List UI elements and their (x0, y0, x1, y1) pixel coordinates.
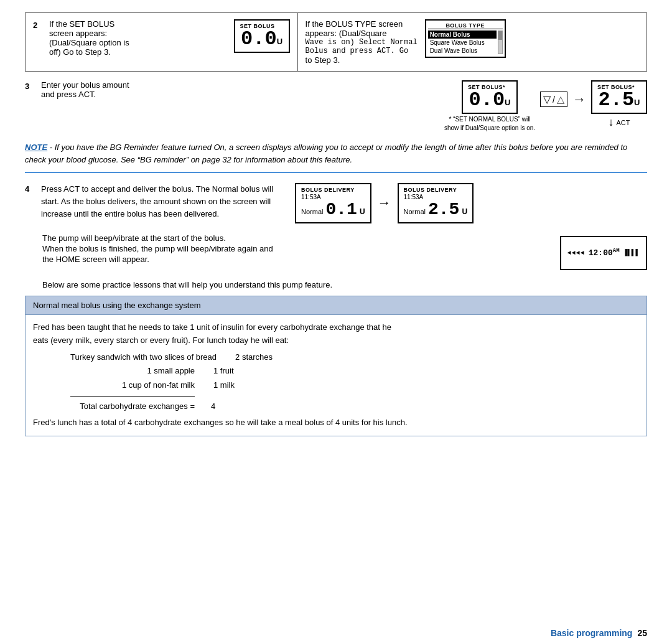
step2-text: If the SET BOLUS screen appears: (Dual/S… (44, 19, 225, 57)
food3-name: 1 cup of non-fat milk (70, 378, 195, 392)
step3-text-l2: and press ACT. (41, 90, 438, 99)
act-area: ↓ ACT (591, 116, 647, 129)
home-ampm: AM (613, 248, 620, 254)
total-row: Total carbohydrate exchanges = 4 (70, 400, 639, 413)
step2-rt-l2: appears: (Dual/Square (306, 29, 418, 38)
footer: Basic programming 25 (0, 623, 672, 643)
practice-header: Normal meal bolus using the exchange sys… (25, 296, 647, 315)
screen2-unit: U (634, 98, 640, 107)
step3-screen1-container: SET BOLUS* 0.0 U * “SET NORMAL BOLUS” wi… (444, 80, 535, 131)
total-divider (70, 396, 195, 397)
beep-line3: the HOME screen will appear. (42, 255, 548, 264)
food1-name: Turkey sandwich with two slices of bread (70, 350, 217, 364)
beep-section: The pump will beep/vibrate at the start … (42, 233, 647, 270)
beep-line2: When the bolus is finished, the pump wil… (42, 244, 548, 253)
screen1-note2: show if Dual/Square option is on. (444, 124, 535, 131)
total-value: 4 (211, 400, 215, 413)
bolus-type-box: BOLUS TYPE Normal Bolus Square Wave Bolu… (425, 19, 506, 58)
step2-rt-l5: to Step 3. (306, 55, 418, 65)
step2-number: 2 (33, 21, 44, 30)
bolus-square-wave: Square Wave Bolus (428, 39, 497, 47)
delivery-label1: BOLUS DELIVERY (301, 187, 365, 193)
step2-text-l4: off) Go to Step 3. (49, 47, 225, 57)
step3-arrow-right: → (572, 80, 586, 108)
bolus-type-title: BOLUS TYPE (428, 22, 503, 29)
step3-screens: SET BOLUS* 0.0 U * “SET NORMAL BOLUS” wi… (444, 80, 647, 131)
delivery-value1: 0.1 (325, 200, 357, 220)
home-screen-display: ◄◄◄◄ 12:00AM ▐▌▌▌ (560, 236, 647, 270)
note-section: NOTE - If you have the BG Reminder featu… (25, 141, 647, 173)
screen1-unit: U (505, 98, 510, 107)
bolus-delivery-box2: BOLUS DELIVERY 11:53A Normal 2.5 U (398, 183, 474, 223)
step2-text-l3: (Dual/Square option is (49, 38, 225, 47)
delivery-value2: 2.5 (428, 200, 459, 220)
fred-final-line: Fred's lunch has a total of 4 carbohydra… (33, 416, 639, 429)
set-bolus-screen2: SET BOLUS* 2.5 U (591, 80, 647, 114)
delivery-normal1: Normal (301, 208, 323, 215)
screen1-note1: * “SET NORMAL BOLUS” will (444, 116, 535, 123)
step2-section: 2 If the SET BOLUS screen appears: (Dual… (25, 12, 647, 72)
home-screen-inner: ◄◄◄◄ 12:00AM ▐▌▌▌ (567, 248, 640, 258)
act-label: ACT (617, 119, 630, 126)
step3-number: 3 (25, 82, 36, 91)
practice-intro: Below are some practice lessons that wil… (42, 280, 647, 289)
delivery-normal2: Normal (404, 208, 426, 215)
bolus-dual-wave: Dual Wave Bolus (428, 47, 497, 55)
practice-box: Normal meal bolus using the exchange sys… (25, 296, 647, 436)
delivery-label2: BOLUS DELIVERY (404, 187, 468, 193)
home-signal-icon: ◄◄◄◄ (567, 250, 585, 256)
step4-section: 4 Press ACT to accept and deliver the bo… (25, 183, 647, 223)
screen1-value: 0.0 (469, 90, 505, 110)
note-text: If you have the BG Reminder feature turn… (25, 143, 627, 164)
note-label: NOTE (25, 143, 47, 152)
note-dash: - (47, 143, 55, 152)
beep-line1: The pump will beep/vibrate at the start … (42, 233, 548, 243)
food2-name: 1 small apple (70, 364, 195, 378)
set-bolus-screen1: SET BOLUS* 0.0 U (462, 80, 518, 114)
total-label: Total carbohydrate exchanges = (70, 400, 195, 413)
step3-section: 3 Enter your bolus amount and press ACT.… (25, 80, 647, 131)
food2-amount: 1 fruit (213, 364, 234, 378)
up-triangle-icon: △ (557, 93, 564, 105)
step2-rt-l4: Bolus and press ACT. Go (306, 47, 418, 55)
bolus-normal-selected: Normal Bolus (428, 31, 497, 39)
step3-text-l1: Enter your bolus amount (41, 80, 438, 90)
practice-content: Fred has been taught that he needs to ta… (25, 315, 647, 436)
step2-rt-l1: If the BOLUS TYPE screen (306, 19, 418, 29)
beep-text: The pump will beep/vibrate at the start … (42, 233, 548, 264)
step4-paragraph: Press ACT to accept and deliver the bolu… (41, 183, 285, 220)
step2-rt-l3: Wave is on) Select Normal (306, 38, 418, 47)
bolus-type-scrollbar[interactable] (498, 31, 503, 54)
step2-right: If the BOLUS TYPE screen appears: (Dual/… (298, 13, 646, 71)
set-bolus-screen-left: SET BOLUS 0.0 U (234, 19, 290, 53)
bolus-type-box-container: BOLUS TYPE Normal Bolus Square Wave Bolu… (425, 19, 506, 58)
step4-screens: BOLUS DELIVERY 11:53A Normal 0.1 U → BOL… (295, 183, 474, 223)
step2-text-l1: If the SET BOLUS (49, 19, 225, 29)
food1-amount: 2 starches (235, 350, 273, 364)
food-row-3: 1 cup of non-fat milk 1 milk (70, 378, 639, 392)
step4-text: Press ACT to accept and deliver the bolu… (36, 183, 285, 220)
nav-icons: ▽ / △ (540, 92, 567, 107)
right-arrow-icon: → (572, 92, 586, 108)
food-row-1: Turkey sandwich with two slices of bread… (70, 350, 639, 364)
down-triangle-icon: ▽ (543, 93, 551, 105)
step2-text-l2: screen appears: (49, 29, 225, 38)
screen-unit-left: U (277, 37, 282, 46)
separator-icon: / (553, 95, 555, 105)
fred-line1: Fred has been taught that he needs to ta… (33, 321, 639, 334)
footer-page: 25 (637, 628, 647, 638)
screen2-value: 2.5 (599, 90, 635, 110)
step3-nav-icons: ▽ / △ (540, 80, 567, 107)
step4-arrow-icon: → (378, 195, 391, 211)
footer-label: Basic programming (551, 628, 632, 638)
fred-line2: eats (every milk, every starch or every … (33, 334, 639, 347)
food3-amount: 1 milk (213, 378, 235, 392)
delivery-unit1: U (360, 207, 365, 216)
food-table: Turkey sandwich with two slices of bread… (70, 350, 639, 392)
food-row-2: 1 small apple 1 fruit (70, 364, 639, 378)
note-paragraph: NOTE - If you have the BG Reminder featu… (25, 141, 647, 166)
home-battery-icon: ▐▌▌▌ (623, 249, 640, 256)
step4-number: 4 (25, 184, 36, 194)
down-arrow-icon: ↓ (609, 116, 614, 129)
delivery-unit2: U (462, 207, 467, 216)
